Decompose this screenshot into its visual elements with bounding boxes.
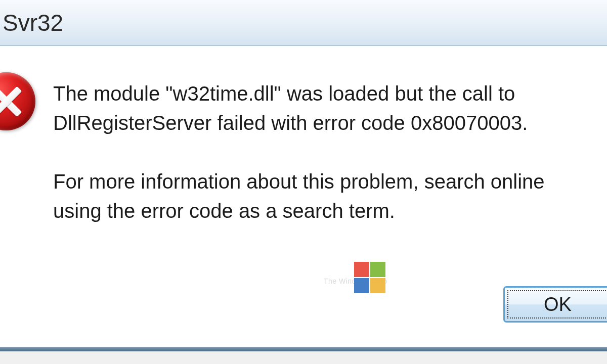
dialog-message: The module "w32time.dll" was loaded but … (53, 75, 597, 225)
error-icon-wrapper (0, 72, 35, 130)
watermark-tile-blue (354, 278, 369, 293)
error-x-glyph (0, 86, 22, 117)
error-icon (0, 72, 35, 130)
watermark-tile-green (370, 262, 385, 277)
ok-button[interactable]: OK (503, 286, 607, 323)
dialog-titlebar: Svr32 (0, 0, 607, 46)
watermark-tile-yellow (370, 278, 385, 293)
window-chrome-bottom (0, 351, 607, 364)
dialog-border-bottom (0, 347, 607, 351)
message-row: The module "w32time.dll" was loaded but … (0, 75, 607, 286)
watermark-tile-red (354, 262, 369, 277)
dialog-title: Svr32 (3, 10, 63, 36)
watermark-logo (354, 262, 385, 293)
dialog-button-bar: OK (0, 286, 607, 332)
dialog-content: The module "w32time.dll" was loaded but … (0, 46, 607, 347)
